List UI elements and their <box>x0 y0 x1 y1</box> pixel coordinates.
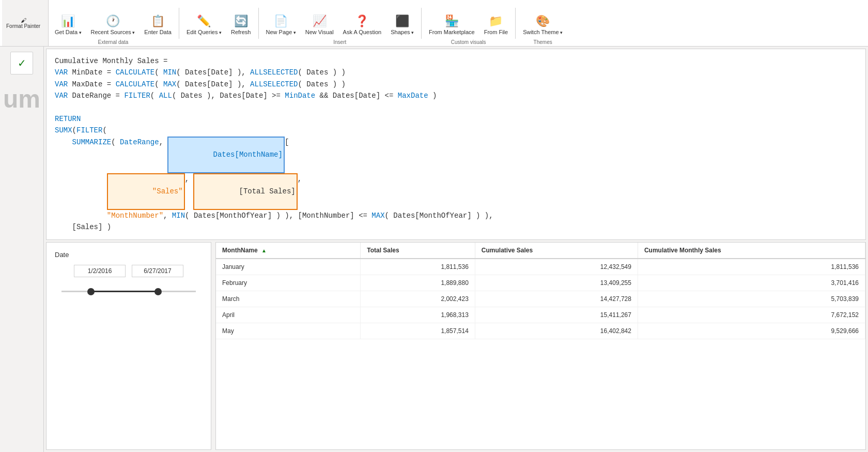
edit-queries-label: Edit Queries <box>187 29 222 36</box>
checkmark-icon: ✓ <box>18 57 26 69</box>
dax-maxdate-var: MaxDate = <box>72 79 116 90</box>
cell-monthname-4: May <box>216 323 361 339</box>
data-table-container: MonthName ▲ Total Sales Cumulative Sales… <box>215 242 866 450</box>
date-end-input[interactable] <box>132 265 183 277</box>
cell-monthname-2: March <box>216 291 361 307</box>
switch-theme-label: Switch Theme <box>523 29 563 36</box>
dax-measure-name: Cumulative Monthly Sales = <box>55 55 167 67</box>
col-monthname[interactable]: MonthName ▲ <box>216 243 361 259</box>
enter-data-button[interactable]: 📋 Enter Data <box>140 3 176 38</box>
cell-total-sales-1: 1,889,880 <box>361 275 475 291</box>
slider-handle-left[interactable] <box>87 288 95 295</box>
col-cumulative-monthly-sales[interactable]: Cumulative Monthly Sales <box>638 243 865 259</box>
col-cumulative-monthly-sales-label: Cumulative Monthly Sales <box>644 247 721 254</box>
format-painter-label: Format Painter <box>6 23 40 29</box>
themes-label: Themes <box>517 39 569 47</box>
sum-partial-label: um <box>3 85 40 113</box>
from-file-icon: 📁 <box>489 14 503 28</box>
date-start-input[interactable] <box>74 265 126 277</box>
dax-min-2: MIN <box>172 210 185 221</box>
cell-cumulative-monthly-2: 5,703,839 <box>638 291 865 307</box>
dax-all-arg: ( Dates ), Dates[Date] >= <box>172 90 285 101</box>
dax-maxdate-ref: MaxDate <box>398 90 428 101</box>
custom-visuals-buttons: 🏪 From Marketplace 📁 From File <box>423 0 514 39</box>
col-cumulative-sales[interactable]: Cumulative Sales <box>475 243 638 259</box>
ask-question-label: Ask A Question <box>343 29 382 36</box>
format-painter-icon: 🖌 <box>21 17 26 23</box>
divider-2 <box>258 8 259 39</box>
dax-allselected-1: ALLSELECTED <box>250 67 298 78</box>
recent-sources-button[interactable]: 🕐 Recent Sources <box>87 3 140 38</box>
dax-monthnumber-rest: ( Dates[MonthOfYear] ) ), [MonthNumber] … <box>185 210 371 221</box>
content-area: Cumulative Monthly Sales = VAR MinDate =… <box>44 47 868 452</box>
refresh-button[interactable]: 🔄 Refresh <box>227 3 255 38</box>
table-row: April 1,968,313 15,411,267 7,672,152 <box>216 307 865 323</box>
col-cumulative-sales-label: Cumulative Sales <box>482 247 533 254</box>
slider-fill <box>91 291 158 292</box>
dax-filter-paren: ( <box>102 125 106 136</box>
dax-filter-1: FILTER <box>124 90 150 101</box>
dax-close-paren: ) <box>428 90 437 101</box>
dax-filter-arg: ( <box>150 90 159 101</box>
table-body: January 1,811,536 12,432,549 1,811,536 F… <box>216 259 865 339</box>
date-slider[interactable] <box>61 285 196 298</box>
slider-handle-right[interactable] <box>154 288 162 295</box>
cell-cumulative-monthly-0: 1,811,536 <box>638 259 865 275</box>
custom-visuals-section: 🏪 From Marketplace 📁 From File Custom vi… <box>423 0 514 47</box>
new-visual-icon: 📈 <box>313 14 327 28</box>
col-monthname-label: MonthName <box>222 247 258 254</box>
main-area: ✓ um Cumulative Monthly Sales = VAR MinD… <box>0 47 868 452</box>
date-slicer: Date <box>46 242 211 450</box>
dax-indent-3 <box>55 210 107 221</box>
dax-sumx: SUMX <box>55 125 72 136</box>
dax-editor[interactable]: Cumulative Monthly Sales = VAR MinDate =… <box>46 49 866 240</box>
cell-total-sales-0: 1,811,536 <box>361 259 475 275</box>
cell-total-sales-2: 2,002,423 <box>361 291 475 307</box>
dax-total-sales-highlight: [Total Sales] <box>193 173 297 210</box>
divider-1 <box>179 8 179 39</box>
cell-total-sales-4: 1,857,514 <box>361 323 475 339</box>
edit-queries-button[interactable]: ✏️ Edit Queries <box>182 3 226 38</box>
left-panel: ✓ um <box>0 47 44 452</box>
dax-monthnumber-end: ( Dates[MonthOfYear] ) ), <box>385 210 493 221</box>
shapes-button[interactable]: ⬛ Shapes <box>386 3 418 38</box>
new-visual-button[interactable]: 📈 New Visual <box>301 3 338 38</box>
table-row: May 1,857,514 16,402,842 9,529,666 <box>216 323 865 339</box>
format-painter-button[interactable]: 🖌 Format Painter <box>6 17 40 29</box>
col-total-sales[interactable]: Total Sales <box>361 243 475 259</box>
cell-cumulative-sales-4: 16,402,842 <box>475 323 638 339</box>
dax-paren-1: ( <box>154 67 163 78</box>
dax-bracket-after: [ <box>285 137 289 173</box>
dax-allselected-2: ALLSELECTED <box>250 79 298 90</box>
cell-cumulative-sales-0: 12,432,549 <box>475 259 638 275</box>
cell-cumulative-sales-3: 15,411,267 <box>475 307 638 323</box>
dax-summarize: SUMMARIZE <box>72 137 112 173</box>
queries-buttons: ✏️ Edit Queries 🔄 Refresh <box>180 0 257 39</box>
ask-question-button[interactable]: ❓ Ask A Question <box>339 3 386 38</box>
cell-cumulative-monthly-3: 7,672,152 <box>638 307 865 323</box>
dax-daterange-arg: DateRange <box>120 137 159 173</box>
dax-mindate-var: MinDate = <box>72 67 116 78</box>
dax-max-2: MAX <box>371 210 384 221</box>
from-marketplace-button[interactable]: 🏪 From Marketplace <box>425 3 479 38</box>
cell-cumulative-monthly-1: 3,701,416 <box>638 275 865 291</box>
dax-calculate-2: CALCULATE <box>116 79 155 90</box>
external-data-label: External data <box>49 39 178 47</box>
dax-var-daterange-line: VAR DateRange = FILTER ( ALL ( Dates ), … <box>55 90 857 101</box>
switch-theme-button[interactable]: 🎨 Switch Theme <box>519 3 567 38</box>
checkmark-button[interactable]: ✓ <box>10 52 33 74</box>
cell-monthname-3: April <box>216 307 361 323</box>
from-file-button[interactable]: 📁 From File <box>480 3 512 38</box>
get-data-button[interactable]: 📊 Get Data <box>51 3 86 38</box>
external-data-section: 📊 Get Data 🕐 Recent Sources 📋 Enter Data… <box>49 0 178 47</box>
dax-indent-2 <box>55 173 107 210</box>
table-header-row: MonthName ▲ Total Sales Cumulative Sales… <box>216 243 865 259</box>
insert-section: 📄 New Page 📈 New Visual ❓ Ask A Question… <box>260 0 421 47</box>
dax-comma-3: , <box>298 173 302 210</box>
dax-sumx-line: SUMX ( FILTER ( <box>55 125 857 136</box>
switch-theme-icon: 🎨 <box>536 14 550 28</box>
dax-daterange-var: DateRange = <box>72 90 125 101</box>
dax-monthnumber-line: "MonthNumber" , MIN ( Dates[MonthOfYear]… <box>55 210 857 221</box>
new-page-button[interactable]: 📄 New Page <box>262 3 300 38</box>
dax-mindate-ref: MinDate <box>285 90 315 101</box>
